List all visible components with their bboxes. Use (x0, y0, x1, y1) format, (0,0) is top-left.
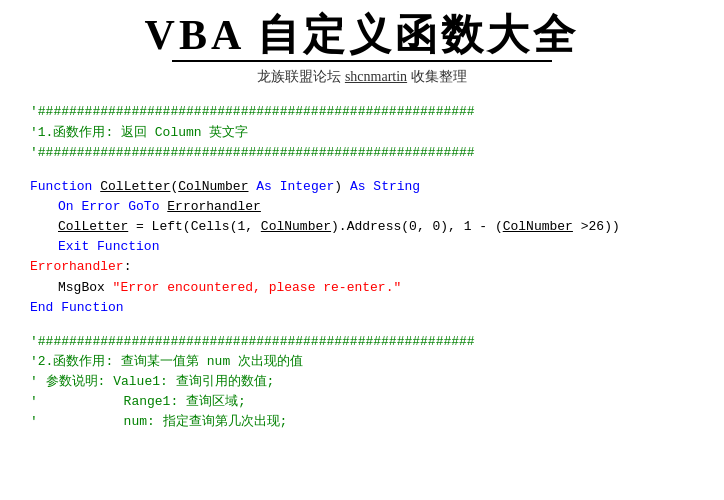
author-name: shcnmartin (345, 69, 407, 84)
colnumber-ref2: ColNumber (503, 219, 573, 234)
exit-function: Exit Function (58, 237, 704, 257)
end-function: End Function (30, 298, 704, 318)
kw-exit: Exit (58, 239, 89, 254)
comment-hash-2: '#######################################… (30, 143, 704, 163)
colletter-name: ColLetter (58, 219, 128, 234)
colletter-assign: ColLetter = Left(Cells(1, ColNumber).Add… (58, 217, 704, 237)
errorhandler-label: Errorhandler: (30, 257, 704, 277)
msgbox-line: MsgBox "Error encountered, please re-ent… (58, 278, 704, 298)
kw-as2: As (350, 179, 366, 194)
kw-integer: Integer (280, 179, 335, 194)
on-error-line: On Error GoTo Errorhandler (58, 197, 704, 217)
kw-error: Error (81, 199, 120, 214)
comment-hash-1: '#######################################… (30, 102, 704, 122)
func-name: ColLetter (100, 179, 170, 194)
msgbox-string: "Error encountered, please re-enter." (113, 280, 402, 295)
comment-title-2: '2.函数作用: 查询某一值第 num 次出现的值 (30, 352, 704, 372)
colnumber-ref: ColNumber (261, 219, 331, 234)
kw-as1: As (256, 179, 272, 194)
code-section: '#######################################… (30, 102, 704, 432)
comment-param-range: ' Range1: 查询区域; (30, 392, 704, 412)
kw-end: End (30, 300, 53, 315)
title-underline (172, 60, 552, 62)
blank-1 (30, 163, 704, 177)
kw-on: On (58, 199, 74, 214)
subtitle: 龙族联盟论坛 shcnmartin 收集整理 (20, 68, 704, 86)
kw-goto: GoTo (128, 199, 159, 214)
func-declaration: Function ColLetter(ColNumber As Integer)… (30, 177, 704, 197)
page-container: VBA 自定义函数大全 龙族联盟论坛 shcnmartin 收集整理 '####… (0, 0, 724, 453)
errorhandler-ref: Errorhandler (167, 199, 261, 214)
main-title: VBA 自定义函数大全 (20, 10, 704, 60)
kw-function: Function (30, 179, 92, 194)
kw-function3: Function (61, 300, 123, 315)
label-text: Errorhandler (30, 259, 124, 274)
comment-hash-3: '#######################################… (30, 332, 704, 352)
param-colnumber: ColNumber (178, 179, 248, 194)
kw-string: String (373, 179, 420, 194)
comment-title-1: '1.函数作用: 返回 Column 英文字 (30, 123, 704, 143)
blank-2 (30, 318, 704, 332)
title-section: VBA 自定义函数大全 龙族联盟论坛 shcnmartin 收集整理 (20, 10, 704, 86)
comment-param-header: ' 参数说明: Value1: 查询引用的数值; (30, 372, 704, 392)
comment-param-num: ' num: 指定查询第几次出现; (30, 412, 704, 432)
kw-function2: Function (97, 239, 159, 254)
